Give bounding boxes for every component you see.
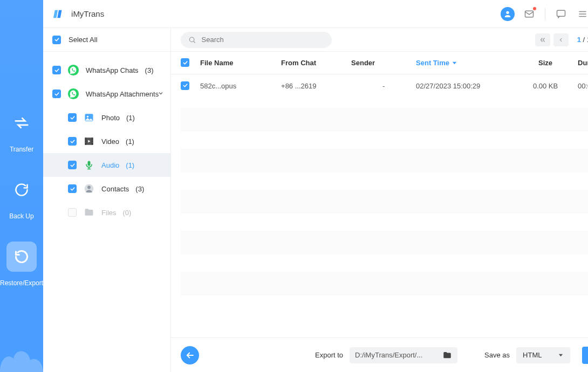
export-to-group: Export to D:/iMyTrans/Export/... (315, 347, 457, 363)
content-toolbar: 1 / 1 (171, 28, 588, 52)
th-size[interactable]: Size (513, 59, 578, 67)
th-sent-time[interactable]: Sent Time (416, 59, 513, 67)
sidebar-item-whatsapp-attachments[interactable]: WhatsApp Attachments (43, 82, 170, 106)
sidebar-item-contacts[interactable]: Contacts(3) (43, 177, 170, 201)
select-all-row[interactable]: Select All (43, 28, 170, 52)
svg-point-20 (92, 141, 93, 141)
whatsapp-icon (67, 64, 79, 76)
audio-label: Audio (101, 161, 119, 169)
nav-transfer[interactable]: Transfer (6, 108, 37, 153)
svg-point-27 (189, 37, 194, 42)
row-checkbox[interactable] (181, 81, 189, 90)
pager-position: 1 / 1 (577, 36, 588, 44)
export-to-label: Export to (315, 351, 343, 359)
th-from-chat[interactable]: From Chat (281, 59, 351, 67)
whatsapp-chats-checkbox[interactable] (52, 66, 61, 74)
cell-file-name: 582c...opus (200, 82, 281, 90)
pagination: 1 / 1 (535, 33, 588, 46)
search-box[interactable] (181, 32, 332, 48)
user-account-button[interactable] (501, 7, 515, 21)
restore-icon (6, 242, 37, 272)
nav-restore-export[interactable]: Restore/Export (0, 242, 43, 287)
cell-sender: - (351, 82, 416, 90)
category-sidebar: Select All WhatsApp Chats(3) WhatsApp At… (43, 28, 171, 372)
cell-sent-time: 02/27/2023 15:00:29 (416, 82, 513, 90)
svg-point-21 (92, 142, 93, 143)
contacts-label: Contacts (101, 185, 129, 193)
video-checkbox[interactable] (68, 137, 77, 146)
mail-button[interactable] (522, 7, 536, 21)
empty-rows (171, 108, 588, 295)
sidebar-item-files[interactable]: Files(0) (43, 201, 170, 224)
menu-icon (578, 9, 587, 19)
audio-checkbox[interactable] (68, 161, 77, 169)
table-row[interactable]: 582c...opus +86 ...2619 - 02/27/2023 15:… (171, 74, 588, 97)
svg-rect-22 (88, 161, 91, 166)
files-label: Files (101, 209, 116, 217)
whatsapp-chats-label: WhatsApp Chats (86, 66, 139, 74)
nav-backup-label: Back Up (9, 212, 33, 220)
pager-first-button[interactable] (535, 33, 550, 46)
photo-checkbox[interactable] (68, 113, 77, 122)
contacts-checkbox[interactable] (68, 184, 77, 193)
titlebar: iMyTrans (43, 0, 588, 28)
pager-prev-button[interactable] (553, 33, 569, 46)
sidebar-item-audio[interactable]: Audio(1) (43, 153, 170, 177)
folder-icon (442, 350, 452, 360)
sort-desc-icon (452, 60, 457, 66)
feedback-button[interactable] (554, 7, 568, 21)
whatsapp-attachments-label: WhatsApp Attachments (86, 90, 159, 98)
files-checkbox[interactable] (68, 208, 77, 217)
select-all-label: Select All (69, 36, 97, 44)
photo-label: Photo (101, 114, 120, 122)
svg-point-16 (85, 139, 86, 139)
check-icon (54, 37, 60, 43)
save-as-label: Save as (484, 351, 510, 359)
table-header: File Name From Chat Sender Sent Time Siz… (171, 52, 588, 74)
backup-icon (6, 175, 37, 205)
nav-transfer-label: Transfer (10, 146, 33, 153)
nav-restore-label: Restore/Export (0, 279, 43, 287)
search-input[interactable] (202, 36, 325, 44)
video-label: Video (101, 137, 119, 146)
arrow-left-icon (185, 350, 195, 360)
titlebar-divider (545, 8, 545, 20)
save-as-format-select[interactable]: HTML (516, 347, 570, 363)
contacts-icon (83, 183, 95, 195)
cell-size: 0.00 KB (513, 82, 578, 90)
save-as-format-value: HTML (523, 351, 542, 359)
chevron-down-icon (158, 90, 164, 98)
whatsapp-attachments-checkbox[interactable] (52, 89, 61, 98)
svg-point-17 (85, 141, 86, 141)
svg-point-19 (92, 139, 93, 139)
search-icon (188, 36, 196, 44)
cell-duration: 00:00:02 (578, 82, 588, 90)
brand: iMyTrans (53, 8, 104, 20)
th-file-name[interactable]: File Name (200, 59, 281, 67)
svg-rect-2 (557, 10, 565, 16)
th-sender[interactable]: Sender (351, 59, 416, 67)
cloud-decoration-icon (0, 340, 43, 372)
dropdown-icon (558, 352, 564, 358)
nav-backup[interactable]: Back Up (6, 175, 37, 220)
select-all-checkbox[interactable] (52, 36, 61, 44)
brand-name: iMyTrans (71, 9, 104, 18)
th-duration[interactable]: Duration (578, 59, 588, 67)
svg-line-28 (194, 41, 195, 43)
audio-icon (83, 159, 95, 171)
menu-button[interactable] (576, 7, 588, 21)
sidebar-item-video[interactable]: Video(1) (43, 129, 170, 153)
sidebar-item-whatsapp-chats[interactable]: WhatsApp Chats(3) (43, 58, 170, 82)
chat-icon (556, 9, 566, 19)
brand-icon (53, 8, 65, 20)
mail-icon (524, 9, 535, 19)
export-button[interactable]: Export (582, 347, 588, 364)
user-icon (503, 10, 512, 18)
svg-point-12 (87, 116, 88, 118)
back-button[interactable] (181, 346, 199, 364)
whatsapp-icon (67, 88, 79, 100)
sidebar-item-photo[interactable]: Photo(1) (43, 106, 170, 129)
export-path-picker[interactable]: D:/iMyTrans/Export/... (350, 347, 457, 363)
select-all-rows-checkbox[interactable] (181, 58, 189, 67)
video-icon (83, 135, 95, 147)
